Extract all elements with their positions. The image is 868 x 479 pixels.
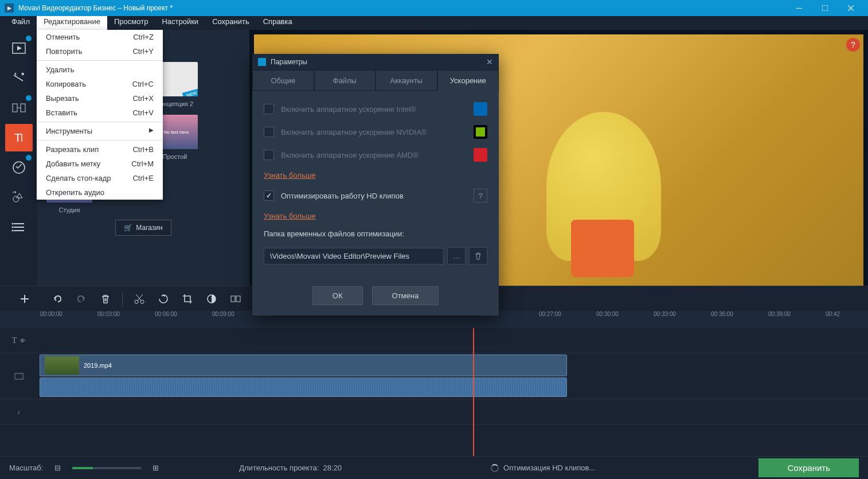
learn-more-opt-link[interactable]: Узнать больше <box>264 212 487 220</box>
title-track[interactable] <box>37 328 868 353</box>
video-clip[interactable]: 2019.mp4 <box>40 355 567 376</box>
intel-checkbox[interactable] <box>264 104 274 114</box>
sidebar-more[interactable] <box>5 213 33 241</box>
nvidia-icon <box>474 125 487 139</box>
rotate-button[interactable] <box>154 289 173 309</box>
svg-text:T: T <box>14 131 21 144</box>
folder-path-input[interactable] <box>264 248 444 264</box>
menu-edit[interactable]: Редактирование ОтменитьCtrl+Z ПовторитьC… <box>37 16 107 30</box>
folder-label: Папка временных файлов оптимизации: <box>264 229 487 238</box>
window-title: Movavi Видеоредактор Бизнес – Новый прое… <box>18 4 786 12</box>
svg-rect-0 <box>796 8 802 9</box>
dd-split[interactable]: Разрезать клипCtrl+B <box>37 142 163 157</box>
menu-file[interactable]: Файл <box>5 16 37 30</box>
color-button[interactable] <box>202 289 221 309</box>
intel-icon <box>474 102 487 116</box>
zoom-slider[interactable] <box>72 467 141 469</box>
video-track[interactable]: 2019.mp4 <box>37 353 868 399</box>
menu-save[interactable]: Сохранить <box>205 16 256 30</box>
svg-rect-19 <box>231 296 235 302</box>
menu-settings[interactable]: Настройки <box>155 16 205 30</box>
help-button[interactable]: ? <box>846 38 860 52</box>
cut-button[interactable] <box>130 289 149 309</box>
sidebar-media[interactable] <box>5 34 33 62</box>
minimize-button[interactable] <box>786 0 812 16</box>
dialog-icon <box>258 58 266 66</box>
amd-icon <box>474 148 487 162</box>
sidebar-titles[interactable]: T <box>5 124 33 151</box>
spinner-icon <box>491 464 499 472</box>
dd-tools[interactable]: Инструменты▶ <box>37 124 163 138</box>
dd-marker[interactable]: Добавить меткуCtrl+M <box>37 157 163 171</box>
cancel-button[interactable]: Отмена <box>372 286 439 305</box>
playhead[interactable] <box>473 328 474 456</box>
track-label-audio[interactable]: ♪ <box>0 399 37 425</box>
sidebar-transitions[interactable] <box>5 94 33 122</box>
sidebar-shapes[interactable] <box>5 184 33 211</box>
dd-cut[interactable]: ВырезатьCtrl+X <box>37 91 163 106</box>
optimize-checkbox[interactable] <box>264 190 274 201</box>
svg-rect-22 <box>15 373 23 379</box>
svg-rect-10 <box>14 227 24 228</box>
svg-rect-1 <box>822 5 828 11</box>
ok-button[interactable]: ОК <box>312 286 363 305</box>
timeline-content[interactable]: 2019.mp4 <box>37 328 868 456</box>
redo-button[interactable] <box>72 289 91 309</box>
undo-button[interactable] <box>48 289 67 309</box>
transition-button[interactable] <box>226 289 245 309</box>
edit-dropdown: ОтменитьCtrl+Z ПовторитьCtrl+Y Удалить К… <box>37 30 163 200</box>
svg-point-8 <box>13 196 19 202</box>
settings-dialog: Параметры ✕ Общие Файлы Аккаунты Ускорен… <box>252 54 499 316</box>
statusbar: Масштаб: ⊟ ⊞ Длительность проекта: 28:20… <box>0 456 868 479</box>
clear-folder-button[interactable] <box>469 247 487 264</box>
sidebar-stickers[interactable] <box>5 154 33 181</box>
save-button[interactable]: Сохранить <box>758 458 859 477</box>
browse-button[interactable]: … <box>447 247 466 264</box>
dd-paste[interactable]: ВставитьCtrl+V <box>37 106 163 120</box>
zoom-out-icon[interactable]: ⊟ <box>54 464 61 472</box>
menu-help[interactable]: Справка <box>256 16 299 30</box>
zoom-in-icon[interactable]: ⊞ <box>153 464 159 472</box>
track-label-video[interactable] <box>0 353 37 399</box>
dd-detach[interactable]: Открепить аудио <box>37 185 163 200</box>
optimization-status: Оптимизация HD клипов... <box>491 464 595 472</box>
svg-point-13 <box>11 227 13 228</box>
nvidia-checkbox[interactable] <box>264 127 274 137</box>
svg-rect-5 <box>21 104 25 112</box>
audio-waveform[interactable] <box>40 377 567 397</box>
svg-rect-20 <box>236 296 240 302</box>
dialog-titlebar[interactable]: Параметры ✕ <box>252 54 499 70</box>
shop-button[interactable]: 🛒 Магазин <box>115 220 171 236</box>
crop-button[interactable] <box>178 289 197 309</box>
add-track-button[interactable] <box>15 289 34 309</box>
svg-point-12 <box>11 223 13 225</box>
dd-undo[interactable]: ОтменитьCtrl+Z <box>37 30 163 44</box>
svg-point-14 <box>11 230 13 232</box>
menu-view[interactable]: Просмотр <box>107 16 155 30</box>
close-button[interactable] <box>838 0 863 16</box>
zoom-label: Масштаб: <box>9 464 43 472</box>
optimize-help-button[interactable]: ? <box>474 189 487 202</box>
tab-files[interactable]: Файлы <box>314 70 376 91</box>
dd-delete[interactable]: Удалить <box>37 63 163 77</box>
cart-icon: 🛒 <box>124 224 132 232</box>
svg-rect-9 <box>14 223 24 224</box>
delete-button[interactable] <box>96 289 115 309</box>
tab-accounts[interactable]: Аккаунты <box>376 70 437 91</box>
dd-freeze[interactable]: Сделать стоп-кадрCtrl+E <box>37 171 163 185</box>
music-track[interactable] <box>37 399 868 425</box>
amd-checkbox[interactable] <box>264 150 274 160</box>
maximize-button[interactable] <box>812 0 838 16</box>
dd-copy[interactable]: КопироватьCtrl+C <box>37 77 163 91</box>
track-label-title[interactable]: T👁 <box>0 328 37 353</box>
dialog-close-button[interactable]: ✕ <box>486 57 493 67</box>
tab-general[interactable]: Общие <box>252 70 314 91</box>
svg-rect-4 <box>13 104 17 112</box>
sidebar-filters[interactable] <box>5 64 33 92</box>
learn-more-hw-link[interactable]: Узнать больше <box>264 171 487 180</box>
app-icon: ▶ <box>5 3 14 13</box>
svg-rect-11 <box>14 230 24 231</box>
tab-acceleration[interactable]: Ускорение <box>437 70 499 91</box>
dd-redo[interactable]: ПовторитьCtrl+Y <box>37 44 163 59</box>
titlebar: ▶ Movavi Видеоредактор Бизнес – Новый пр… <box>0 0 868 16</box>
